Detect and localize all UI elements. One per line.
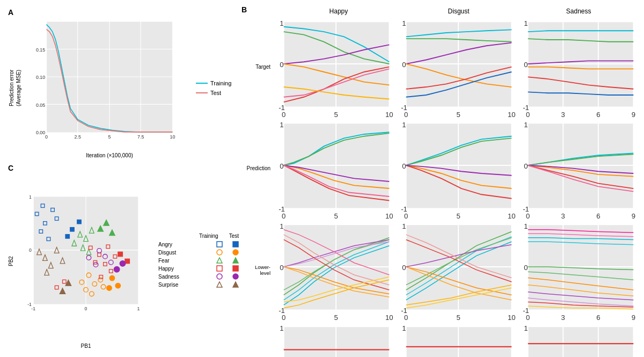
- cell-disgust-prediction: -1 0 1 0 5 10: [396, 118, 517, 219]
- left-panel: A Prediction error(Average MSE): [5, 5, 241, 352]
- svg-text:0: 0: [280, 264, 283, 272]
- svg-text:0: 0: [524, 162, 528, 170]
- svg-text:1: 1: [402, 324, 406, 332]
- col-header-happy: Happy: [279, 8, 399, 15]
- col-header-sadness: Sadness: [518, 8, 639, 15]
- chart-a: A Prediction error(Average MSE): [5, 5, 241, 161]
- svg-marker-102: [233, 282, 238, 287]
- col-header-disgust: Disgust: [399, 8, 519, 15]
- svg-marker-101: [217, 282, 222, 287]
- svg-point-93: [217, 250, 222, 255]
- svg-text:0: 0: [402, 162, 406, 170]
- chart-c: C PB2: [5, 161, 241, 352]
- c-legend-header-training: Training: [199, 233, 218, 239]
- svg-text:1: 1: [280, 324, 283, 332]
- legend-row-fear: Fear: [158, 257, 239, 264]
- svg-point-87: [120, 260, 126, 266]
- svg-point-80: [107, 286, 112, 291]
- training-legend-line: [196, 83, 208, 84]
- chart-c-x-label: PB1: [19, 343, 153, 349]
- svg-text:0: 0: [280, 61, 283, 69]
- svg-text:1: 1: [137, 306, 140, 311]
- row-label-target: Target: [241, 64, 274, 70]
- svg-point-86: [114, 266, 120, 272]
- cell-sadness-lower: -1 0 1 0 3 6 9: [518, 219, 639, 320]
- grid-row-pb: PB -1 0 1: [241, 321, 639, 357]
- cell-happy-target: -1 0 1 0 5 10: [274, 16, 394, 118]
- svg-text:1: 1: [280, 121, 283, 129]
- test-legend-label: Test: [210, 90, 221, 96]
- svg-text:2.5: 2.5: [74, 134, 80, 140]
- svg-text:1: 1: [524, 324, 528, 332]
- svg-rect-252: [528, 326, 634, 357]
- svg-text:-1: -1: [31, 306, 35, 311]
- svg-text:1: 1: [280, 222, 283, 230]
- chart-c-legend: Training Test Angry Disgust: [153, 173, 239, 349]
- svg-text:1: 1: [524, 222, 528, 230]
- svg-rect-98: [233, 266, 238, 271]
- cell-sadness-pb: -1 0 1 0 3 6 9: [518, 321, 639, 357]
- cell-happy-lower: -1 0 1 0 5 10: [274, 219, 394, 320]
- svg-text:5: 5: [108, 134, 111, 140]
- svg-point-100: [233, 274, 238, 279]
- row-label-lower-level: Lower-level: [241, 264, 274, 276]
- cell-happy-pb: -1 0 1 0 5 10: [274, 321, 394, 357]
- chart-a-legend: Training Test: [191, 18, 239, 158]
- svg-text:1: 1: [402, 19, 406, 27]
- legend-row-disgust: Disgust: [158, 249, 239, 256]
- svg-text:0: 0: [524, 61, 528, 69]
- svg-text:0.10: 0.10: [36, 75, 45, 80]
- legend-row-sadness: Sadness: [158, 273, 239, 280]
- chart-a-svg: 0.00 0.05 0.10 0.15 0 2.5 5 7.5 10: [28, 18, 191, 151]
- svg-text:0.00: 0.00: [36, 130, 45, 135]
- svg-text:0.05: 0.05: [36, 103, 45, 108]
- row-label-prediction: Prediction: [241, 165, 274, 172]
- cell-happy-prediction: -1 0 1 0 5 10: [274, 118, 394, 219]
- legend-row-angry: Angry: [158, 241, 239, 247]
- svg-point-78: [109, 275, 115, 281]
- svg-point-94: [233, 250, 238, 255]
- svg-text:0.15: 0.15: [36, 47, 45, 53]
- grid-row-target: Target -1 0: [241, 16, 639, 118]
- svg-text:1: 1: [402, 121, 406, 129]
- training-legend-label: Training: [210, 80, 231, 86]
- svg-rect-77: [65, 235, 70, 239]
- svg-text:0: 0: [45, 134, 48, 140]
- chart-c-svg: -1 0 1 -1 0 1: [19, 173, 153, 342]
- grid-row-prediction: Prediction -1 0 1: [241, 118, 639, 219]
- right-panel: B Happy Disgust Sadness Target: [241, 5, 639, 352]
- legend-row-surprise: Surprise: [158, 281, 239, 288]
- svg-rect-92: [233, 242, 238, 247]
- svg-text:10: 10: [170, 134, 175, 140]
- svg-text:1: 1: [402, 222, 406, 230]
- svg-rect-84: [118, 252, 123, 257]
- c-legend-header-test: Test: [229, 233, 239, 239]
- cell-disgust-lower: -1 0 1 0 5 10: [396, 219, 517, 320]
- svg-text:0: 0: [85, 306, 87, 311]
- svg-text:0: 0: [280, 162, 283, 170]
- panel-c-label: C: [8, 164, 239, 172]
- chart-a-y-label: Prediction error(Average MSE): [8, 18, 28, 158]
- svg-text:0: 0: [524, 264, 528, 272]
- cell-disgust-target: -1 0 1 0 5 10: [396, 16, 517, 118]
- svg-rect-75: [70, 227, 75, 231]
- svg-text:1: 1: [29, 194, 32, 200]
- svg-point-79: [115, 283, 121, 288]
- svg-text:1: 1: [524, 19, 528, 27]
- svg-rect-76: [77, 220, 82, 224]
- svg-text:1: 1: [524, 121, 528, 129]
- svg-text:0: 0: [402, 264, 406, 272]
- panel-b-label: B: [241, 5, 247, 14]
- svg-marker-95: [217, 258, 222, 263]
- svg-text:0: 0: [402, 61, 406, 69]
- svg-point-99: [217, 274, 222, 279]
- svg-marker-96: [233, 258, 238, 263]
- cell-sadness-prediction: -1 0 1 0 3 6 9: [518, 118, 639, 219]
- svg-text:7.5: 7.5: [137, 134, 144, 140]
- legend-row-happy: Happy: [158, 265, 239, 272]
- svg-text:1: 1: [280, 19, 283, 27]
- cell-disgust-pb: -1 0 1 0 5 10: [396, 321, 517, 357]
- main-container: A Prediction error(Average MSE): [0, 0, 644, 357]
- svg-rect-91: [217, 242, 222, 247]
- chart-a-x-label: Iteration (×100,000): [28, 152, 191, 158]
